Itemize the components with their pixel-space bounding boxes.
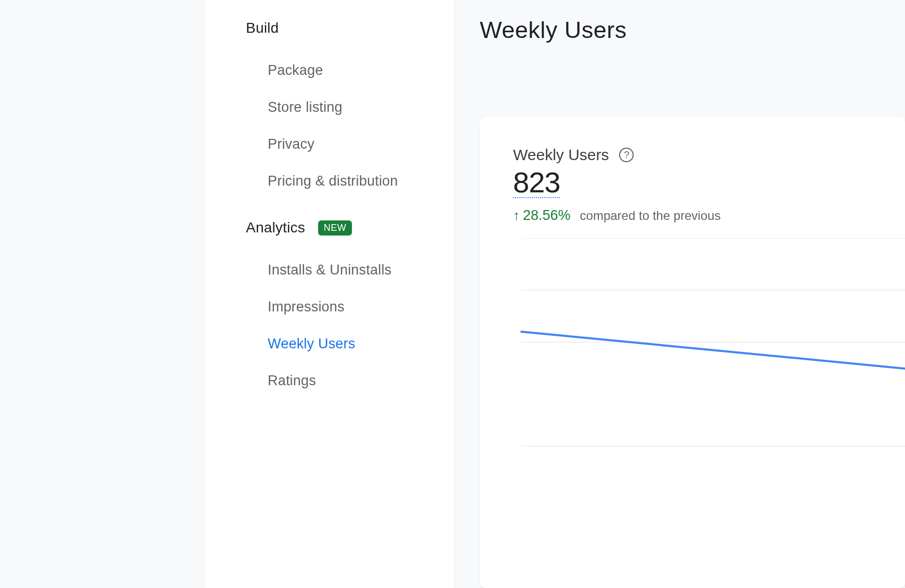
nav-list-analytics: Installs & Uninstalls Impressions Weekly… <box>246 252 454 399</box>
page-title: Weekly Users <box>480 17 905 44</box>
help-icon[interactable]: ? <box>619 148 634 162</box>
change-percent: 28.56% <box>523 207 571 224</box>
sidebar-item-installs-uninstalls[interactable]: Installs & Uninstalls <box>268 252 454 289</box>
sidebar-section-analytics: Analytics NEW <box>246 219 454 236</box>
sidebar-item-impressions[interactable]: Impressions <box>268 289 454 325</box>
metric-label: Weekly Users <box>513 146 609 164</box>
sidebar-item-store-listing[interactable]: Store listing <box>268 89 454 126</box>
main-content: Weekly Users Weekly Users ? 823 ↑ 28.56%… <box>455 0 905 588</box>
change-up: ↑ 28.56% <box>513 207 571 224</box>
sidebar-section-title: Build <box>246 20 279 36</box>
sidebar-section-build: Build <box>246 20 454 36</box>
sidebar-item-pricing-distribution[interactable]: Pricing & distribution <box>268 163 454 200</box>
chart-area <box>513 238 905 498</box>
left-spacer <box>0 0 205 588</box>
compare-text: compared to the previous <box>580 208 721 223</box>
arrow-up-icon: ↑ <box>513 207 520 224</box>
sidebar-item-ratings[interactable]: Ratings <box>268 362 454 399</box>
sidebar-item-package[interactable]: Package <box>268 52 454 89</box>
weekly-users-chart <box>513 238 905 498</box>
sidebar-item-weekly-users[interactable]: Weekly Users <box>268 325 454 362</box>
sidebar-item-privacy[interactable]: Privacy <box>268 126 454 163</box>
sidebar-section-title: Analytics <box>246 219 305 236</box>
weekly-users-card: Weekly Users ? 823 ↑ 28.56% compared to … <box>480 117 905 588</box>
metric-header: Weekly Users ? <box>513 146 905 164</box>
nav-list-build: Package Store listing Privacy Pricing & … <box>246 52 454 200</box>
sidebar: Build Package Store listing Privacy Pric… <box>205 0 455 588</box>
metric-value: 823 <box>513 168 560 198</box>
metric-change: ↑ 28.56% compared to the previous <box>513 207 905 224</box>
new-badge: NEW <box>318 220 352 236</box>
